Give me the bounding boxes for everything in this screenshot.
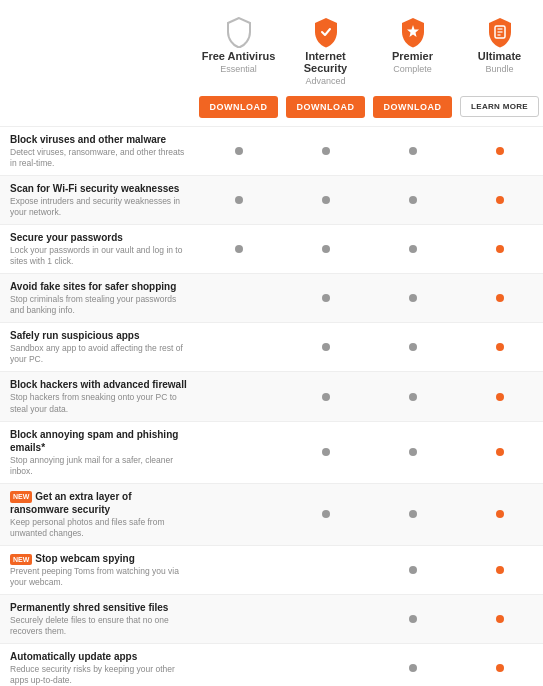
check-dot [322,147,330,155]
empty-btn-cell [0,96,195,118]
check-cell [195,127,282,175]
check-dot [322,510,330,518]
feature-label: Automatically update appsReduce security… [0,644,195,686]
check-cell [456,176,543,224]
feature-title: Block annoying spam and phishing emails* [10,428,187,454]
check-cell [369,484,456,545]
premier-plan-name: Premier [392,50,433,62]
check-cell [369,225,456,273]
check-cell [369,546,456,594]
feature-title: NEWStop webcam spying [10,552,187,565]
check-dot [235,196,243,204]
free-plan-sub: Essential [220,64,257,74]
check-cell [195,422,282,483]
check-cell [195,176,282,224]
feature-row: Safely run suspicious appsSandbox any ap… [0,322,543,371]
check-cell [456,644,543,686]
plan-free: Free Antivirus Essential [195,10,282,90]
ultimate-shield-icon [486,16,514,48]
free-btn-cell: DOWNLOAD [195,96,282,118]
check-dot [409,510,417,518]
plan-ultimate: Ultimate Bundle [456,10,543,90]
check-cell [282,422,369,483]
new-badge: NEW [10,491,32,502]
feature-desc: Stop criminals from stealing your passwo… [10,294,187,316]
check-dot [496,510,504,518]
feature-label: NEWStop webcam spyingPrevent peeping Tom… [0,546,195,594]
check-cell [456,127,543,175]
check-dot [322,294,330,302]
feature-label: Safely run suspicious appsSandbox any ap… [0,323,195,371]
check-cell [369,595,456,643]
feature-label: Block viruses and other malwareDetect vi… [0,127,195,175]
feature-desc: Detect viruses, ransomware, and other th… [10,147,187,169]
feature-desc: Expose intruders and security weaknesses… [10,196,187,218]
feature-row: Block hackers with advanced firewallStop… [0,371,543,420]
check-dot [496,393,504,401]
check-cell [369,176,456,224]
check-dot [496,448,504,456]
internet-plan-name: Internet Security [286,50,365,74]
premier-download-button[interactable]: DOWNLOAD [373,96,452,118]
feature-title: Scan for Wi-Fi security weaknesses [10,182,187,195]
internet-plan-sub: Advanced [305,76,345,86]
check-dot [322,245,330,253]
check-dot [235,147,243,155]
check-cell [456,274,543,322]
check-dot [496,196,504,204]
free-shield-icon [225,16,253,48]
check-dot [322,196,330,204]
feature-row: Avoid fake sites for safer shoppingStop … [0,273,543,322]
premier-plan-sub: Complete [393,64,432,74]
check-cell [456,323,543,371]
feature-label: NEWGet an extra layer of ransomware secu… [0,484,195,545]
feature-row: Block viruses and other malwareDetect vi… [0,126,543,175]
ultimate-learn-button[interactable]: LEARN MORE [460,96,539,117]
premier-btn-cell: DOWNLOAD [369,96,456,118]
check-dot [409,147,417,155]
feature-title: Automatically update apps [10,650,187,663]
check-cell [195,595,282,643]
check-cell [282,484,369,545]
feature-desc: Stop hackers from sneaking onto your PC … [10,392,187,414]
check-cell [195,372,282,420]
check-dot [496,615,504,623]
check-cell [456,484,543,545]
feature-row: NEWStop webcam spyingPrevent peeping Tom… [0,545,543,594]
internet-download-button[interactable]: DOWNLOAD [286,96,365,118]
check-cell [282,323,369,371]
check-cell [195,323,282,371]
check-cell [282,176,369,224]
check-dot [409,615,417,623]
check-cell [282,595,369,643]
plan-premier: Premier Complete [369,10,456,90]
check-cell [195,546,282,594]
feature-desc: Stop annoying junk mail for a safer, cle… [10,455,187,477]
feature-label: Block annoying spam and phishing emails*… [0,422,195,483]
feature-desc: Keep personal photos and files safe from… [10,517,187,539]
feature-row: Block annoying spam and phishing emails*… [0,421,543,483]
feature-title: Permanently shred sensitive files [10,601,187,614]
premier-shield-icon [399,16,427,48]
check-dot [409,294,417,302]
feature-title: NEWGet an extra layer of ransomware secu… [10,490,187,516]
check-cell [195,484,282,545]
check-cell [369,644,456,686]
feature-title: Secure your passwords [10,231,187,244]
check-cell [282,546,369,594]
check-cell [456,422,543,483]
check-dot [322,343,330,351]
check-dot [409,566,417,574]
internet-btn-cell: DOWNLOAD [282,96,369,118]
plans-header: Free Antivirus Essential Internet Securi… [0,0,543,90]
new-badge: NEW [10,554,32,565]
feature-label: Secure your passwordsLock your passwords… [0,225,195,273]
feature-title: Avoid fake sites for safer shopping [10,280,187,293]
feature-desc: Securely delete files to ensure that no … [10,615,187,637]
check-dot [409,196,417,204]
check-cell [456,595,543,643]
check-dot [496,245,504,253]
ultimate-plan-name: Ultimate [478,50,521,62]
free-download-button[interactable]: DOWNLOAD [199,96,278,118]
feature-title: Safely run suspicious apps [10,329,187,342]
